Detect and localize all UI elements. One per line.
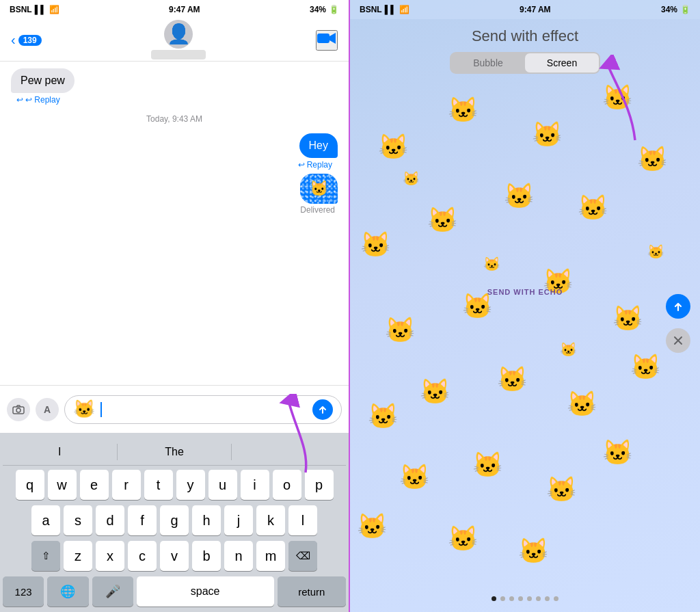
- cat-20: 🐱: [472, 453, 503, 477]
- key-p[interactable]: p: [305, 470, 334, 500]
- key-shift[interactable]: ⇧: [31, 541, 60, 571]
- cat-21: 🐱: [546, 477, 577, 502]
- avatar-icon: 👤: [167, 23, 191, 45]
- dot-6: [536, 596, 541, 601]
- key-i[interactable]: i: [241, 470, 269, 500]
- text-cursor: [100, 402, 102, 417]
- key-v[interactable]: v: [160, 541, 189, 571]
- keyboard-row-4: 123 🌐 🎤 space return: [3, 576, 346, 607]
- key-o[interactable]: o: [273, 470, 301, 500]
- key-e[interactable]: e: [80, 470, 109, 500]
- cat-11: 🐱: [462, 294, 493, 319]
- key-delete[interactable]: ⌫: [288, 541, 317, 571]
- right-status-left: BSNL ▌▌ 📶: [360, 5, 409, 14]
- cat-6: 🐱: [427, 208, 458, 232]
- text-input-box[interactable]: 🐱: [64, 395, 342, 424]
- signal-icon: ▌▌: [35, 5, 46, 14]
- battery-icon-left: 🔋: [329, 5, 339, 14]
- key-globe[interactable]: 🌐: [47, 576, 88, 607]
- dot-5: [527, 596, 532, 601]
- timestamp: Today, 9:43 AM: [11, 114, 338, 124]
- signal-icon-right: ▌▌: [385, 5, 396, 14]
- cat-emoji-bubble: 🐱: [310, 180, 328, 197]
- key-m[interactable]: m: [256, 541, 285, 571]
- cat-13: 🐱: [612, 306, 643, 331]
- left-status-bar: BSNL ▌▌ 📶 9:47 AM 34% 🔋: [0, 0, 349, 19]
- key-h[interactable]: h: [192, 505, 221, 535]
- echo-label: SEND WITH ECHO: [487, 288, 563, 296]
- back-button[interactable]: ‹ 139: [11, 32, 42, 48]
- dot-2: [500, 596, 505, 601]
- left-phone-panel: BSNL ▌▌ 📶 9:47 AM 34% 🔋 ‹ 139 👤: [0, 0, 350, 612]
- key-space[interactable]: space: [137, 576, 274, 607]
- send-button-input[interactable]: [312, 399, 333, 420]
- cat-16: 🐱: [497, 367, 528, 392]
- right-phone-panel: 🐱 🐱 🐱 🐱 🐱 🐱 🐱 🐱 🐱 🐱 🐱 🐱 🐱 🐱 🐱 🐱 🐱 🐱 🐱 🐱 …: [350, 0, 700, 612]
- cat-17: 🐱: [567, 392, 597, 416]
- key-y[interactable]: y: [176, 470, 205, 500]
- close-button-right[interactable]: [666, 328, 690, 353]
- key-return[interactable]: return: [278, 576, 346, 607]
- key-k[interactable]: k: [256, 505, 285, 535]
- contact-name-blur: [151, 50, 206, 59]
- wifi-icon: 📶: [49, 5, 59, 14]
- replay-link-right[interactable]: ↩ Replay: [298, 160, 332, 170]
- key-j[interactable]: j: [224, 505, 253, 535]
- delivered-status: Delivered: [300, 205, 335, 215]
- key-123[interactable]: 123: [3, 576, 44, 607]
- key-s[interactable]: s: [64, 505, 92, 535]
- key-q[interactable]: q: [16, 470, 44, 500]
- messages-area: Pew pew ↩ ↩ Replay Today, 9:43 AM Hey ↩ …: [0, 62, 349, 385]
- tab-bubble[interactable]: Bubble: [451, 53, 525, 72]
- app-store-button[interactable]: A: [36, 398, 59, 421]
- carrier-left: BSNL: [10, 5, 32, 14]
- key-c[interactable]: c: [128, 541, 157, 571]
- tab-screen[interactable]: Screen: [525, 53, 599, 72]
- key-f[interactable]: f: [128, 505, 157, 535]
- keyboard-row-2: a s d f g h j k l: [3, 505, 346, 535]
- cat-2: 🐱: [448, 98, 479, 122]
- app-icon: A: [44, 404, 51, 415]
- key-l[interactable]: l: [288, 505, 317, 535]
- message-sent-hey: Hey ↩ Replay: [298, 133, 338, 170]
- camera-button[interactable]: [7, 398, 30, 421]
- key-a[interactable]: a: [31, 505, 60, 535]
- carrier-right: BSNL: [360, 5, 382, 14]
- suggestion-i[interactable]: I: [3, 440, 117, 464]
- key-d[interactable]: d: [96, 505, 124, 535]
- time-right: 9:47 AM: [520, 5, 551, 14]
- key-t[interactable]: t: [144, 470, 173, 500]
- cat-8: 🐱: [578, 196, 608, 220]
- cat-small-3: 🐱: [560, 343, 577, 356]
- back-count-badge: 139: [18, 35, 42, 46]
- send-button-right[interactable]: [666, 294, 690, 319]
- svg-point-3: [16, 408, 21, 412]
- cat-7: 🐱: [504, 184, 535, 209]
- video-call-button[interactable]: [316, 30, 338, 51]
- cat-23: 🐱: [357, 514, 388, 539]
- bubble-pewpew: Pew pew: [11, 68, 75, 93]
- input-area: A 🐱: [0, 385, 349, 433]
- key-x[interactable]: x: [96, 541, 124, 571]
- cat-3: 🐱: [532, 122, 563, 147]
- key-g[interactable]: g: [160, 505, 189, 535]
- effect-tabs: Bubble Screen: [450, 52, 600, 74]
- key-n[interactable]: n: [224, 541, 253, 571]
- key-w[interactable]: w: [48, 470, 77, 500]
- key-z[interactable]: z: [64, 541, 92, 571]
- battery-icon-right: 🔋: [680, 5, 690, 14]
- suggestion-the[interactable]: The: [118, 440, 232, 464]
- replay-link-left[interactable]: ↩ ↩ Replay: [16, 95, 60, 105]
- cat-small-1: 🐱: [403, 172, 420, 185]
- key-b[interactable]: b: [192, 541, 221, 571]
- time-left: 9:47 AM: [169, 5, 200, 14]
- contact-avatar: 👤: [164, 20, 193, 49]
- key-mic[interactable]: 🎤: [92, 576, 133, 607]
- keyboard-suggestions: I The: [3, 438, 346, 466]
- key-u[interactable]: u: [208, 470, 237, 500]
- wifi-icon-right: 📶: [399, 5, 409, 14]
- cat-9: 🐱: [637, 147, 668, 172]
- battery-right: 34%: [661, 5, 677, 14]
- key-r[interactable]: r: [112, 470, 141, 500]
- svg-marker-1: [329, 33, 336, 44]
